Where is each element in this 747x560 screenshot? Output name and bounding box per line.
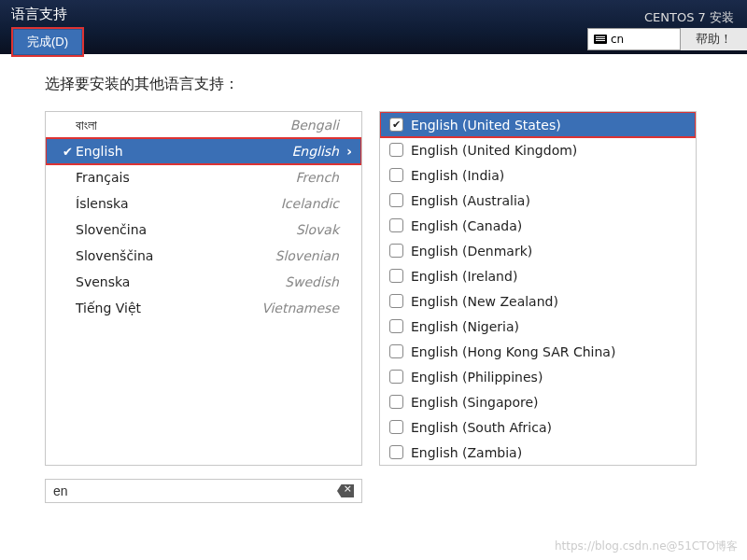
topbar: 语言支持 完成(D) CENTOS 7 安装 cn 帮助！ <box>0 0 747 54</box>
language-row[interactable]: ✔ÍslenskaIcelandic› <box>46 190 361 217</box>
locale-row[interactable]: English (South Africa) <box>380 414 696 440</box>
locale-label: English (Denmark) <box>411 244 532 259</box>
checkbox[interactable] <box>389 395 403 409</box>
language-english: Icelandic <box>281 196 339 211</box>
language-native: Tiếng Việt <box>76 301 261 315</box>
locale-row[interactable]: English (Philippines) <box>380 364 696 389</box>
language-native: Slovenščina <box>76 248 275 263</box>
locale-row[interactable]: English (Ireland) <box>380 263 696 288</box>
check-icon: ✔ <box>63 145 76 159</box>
locale-row[interactable]: English (Hong Kong SAR China) <box>380 339 696 364</box>
search-row <box>45 479 362 503</box>
language-row[interactable]: ✔FrançaisFrench› <box>46 164 361 190</box>
checkbox[interactable] <box>389 168 403 182</box>
watermark: https://blog.csdn.ne@51CTO博客 <box>555 539 738 554</box>
topbar-left: 语言支持 完成(D) <box>0 0 95 63</box>
checkbox[interactable] <box>389 244 403 258</box>
checkbox[interactable] <box>389 294 403 308</box>
locale-row[interactable]: English (Canada) <box>380 213 696 238</box>
done-button[interactable]: 完成(D) <box>13 29 82 55</box>
language-row[interactable]: ✔SvenskaSwedish› <box>46 269 361 295</box>
clear-icon[interactable] <box>337 484 354 497</box>
checkbox[interactable] <box>389 370 403 384</box>
language-native: Slovenčina <box>76 222 296 237</box>
checkbox[interactable]: ✔ <box>389 118 403 132</box>
language-row[interactable]: ✔SlovenščinaSlovenian› <box>46 243 361 269</box>
locale-row[interactable]: English (Singapore) <box>380 389 696 414</box>
done-highlight: 完成(D) <box>11 27 84 57</box>
locale-label: English (United States) <box>411 118 561 133</box>
language-english: Slovak <box>296 222 339 237</box>
prompt-text: 选择要安装的其他语言支持： <box>45 75 702 94</box>
locale-label: English (Philippines) <box>411 370 543 385</box>
language-english: Swedish <box>285 274 339 289</box>
locale-row[interactable]: ✔English (United States) <box>380 112 696 137</box>
locale-row[interactable]: English (Australia) <box>380 188 696 213</box>
locale-label: English (Ireland) <box>411 269 517 284</box>
language-native: Íslenska <box>76 196 281 211</box>
keyboard-indicator[interactable]: cn <box>587 28 681 50</box>
locale-row[interactable]: English (Zambia) <box>380 440 696 465</box>
columns: ✔বাংলাBengali›✔EnglishEnglish›✔FrançaisF… <box>45 111 702 466</box>
page-title: 语言支持 <box>11 6 84 23</box>
locale-label: English (New Zealand) <box>411 294 558 309</box>
checkbox[interactable] <box>389 420 403 434</box>
language-list-panel: ✔বাংলাBengali›✔EnglishEnglish›✔FrançaisF… <box>45 111 362 466</box>
installer-title: CENTOS 7 安装 <box>644 0 747 26</box>
checkbox[interactable] <box>389 319 403 333</box>
keyboard-layout-label: cn <box>611 33 624 46</box>
locale-label: English (Zambia) <box>411 445 522 460</box>
kb-help-row: cn 帮助！ <box>587 28 747 50</box>
chevron-right-icon: › <box>339 144 352 159</box>
locale-label: English (Canada) <box>411 218 522 233</box>
locale-label: English (Nigeria) <box>411 319 519 334</box>
help-button[interactable]: 帮助！ <box>681 28 747 50</box>
language-english: Slovenian <box>275 248 339 263</box>
language-native: Svenska <box>76 274 285 289</box>
language-native: English <box>76 144 291 159</box>
keyboard-icon <box>594 35 607 44</box>
checkbox[interactable] <box>389 193 403 207</box>
language-english: Bengali <box>290 118 339 133</box>
language-list[interactable]: ✔বাংলাBengali›✔EnglishEnglish›✔FrançaisF… <box>46 112 361 465</box>
checkbox[interactable] <box>389 445 403 459</box>
content: 选择要安装的其他语言支持： ✔বাংলাBengali›✔EnglishEngl… <box>0 54 747 512</box>
checkbox[interactable] <box>389 344 403 358</box>
locale-label: English (Hong Kong SAR China) <box>411 344 615 359</box>
locale-label: English (United Kingdom) <box>411 143 577 158</box>
locale-list-panel[interactable]: ✔English (United States)English (United … <box>379 111 697 466</box>
language-row[interactable]: ✔বাংলাBengali› <box>46 112 361 138</box>
language-english: English <box>291 144 339 159</box>
language-native: বাংলা <box>76 118 290 133</box>
checkbox[interactable] <box>389 218 403 232</box>
locale-label: English (Singapore) <box>411 395 539 410</box>
language-row[interactable]: ✔Tiếng ViệtVietnamese› <box>46 295 361 321</box>
language-english: French <box>295 170 339 185</box>
language-english: Vietnamese <box>261 301 339 315</box>
locale-row[interactable]: English (Denmark) <box>380 238 696 263</box>
language-row[interactable]: ✔SlovenčinaSlovak› <box>46 217 361 243</box>
locale-label: English (India) <box>411 168 504 183</box>
search-box <box>45 479 362 503</box>
locale-row[interactable]: English (India) <box>380 162 696 188</box>
checkbox[interactable] <box>389 143 403 157</box>
checkbox[interactable] <box>389 269 403 283</box>
locale-row[interactable]: English (Nigeria) <box>380 314 696 339</box>
locale-label: English (South Africa) <box>411 420 552 435</box>
language-row[interactable]: ✔EnglishEnglish› <box>46 138 361 164</box>
language-native: Français <box>76 170 295 185</box>
locale-row[interactable]: English (United Kingdom) <box>380 137 696 162</box>
search-input[interactable] <box>53 483 337 498</box>
locale-label: English (Australia) <box>411 193 530 208</box>
locale-row[interactable]: English (New Zealand) <box>380 288 696 314</box>
